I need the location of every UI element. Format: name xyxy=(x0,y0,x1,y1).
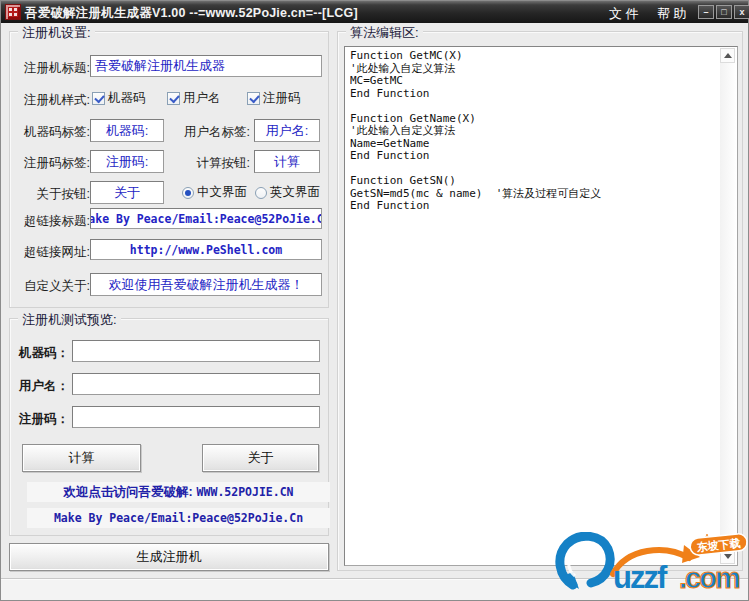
checkbox-regcode[interactable]: 注册码 xyxy=(247,90,301,107)
linkurl-input[interactable]: http://www.PeShell.com xyxy=(90,239,322,260)
algo-group-title: 算法编辑区: xyxy=(346,24,423,42)
uzzf-watermark-logo: uzzf .com 东坡下载 xyxy=(553,532,749,596)
title-bar[interactable]: 吾爱破解注册机生成器V1.00 --=www.52PoJie.cn=--[LCG… xyxy=(1,1,748,23)
mc-label-input[interactable]: 机器码: xyxy=(90,119,164,142)
maximize-button[interactable]: □ xyxy=(716,5,732,19)
radio-label: 英文界面 xyxy=(270,184,320,201)
menu-help[interactable]: 帮 助 xyxy=(657,5,687,23)
preview-groupbox: 注册机测试预览: 机器码： 用户名： 注册码： 计算 关于 欢迎点击访问吾爱破解… xyxy=(9,318,329,536)
name-label-input[interactable]: 用户名: xyxy=(254,119,320,142)
dongpo-badge: 东坡下载 xyxy=(689,533,747,556)
close-button[interactable]: x xyxy=(734,5,749,19)
customabout-input[interactable]: 欢迎使用吾爱破解注册机生成器！ xyxy=(90,273,322,296)
app-title-input-value: 吾爱破解注册机生成器 xyxy=(91,56,321,76)
radio-english-ui[interactable]: 英文界面 xyxy=(255,184,320,201)
link-52pojie[interactable]: 欢迎点击访问吾爱破解: WWW.52POJIE.CN xyxy=(27,482,330,502)
preview-sn-label: 注册码： xyxy=(19,411,69,428)
app-seal-icon xyxy=(5,4,21,20)
vertical-scrollbar[interactable] xyxy=(720,48,736,564)
sn-label-input[interactable]: 注册码: xyxy=(90,150,164,173)
link-text: 欢迎点击访问吾爱破解: xyxy=(63,484,192,501)
algorithm-groupbox: 算法编辑区: Function GetMC(X) '此处输入自定义算法 MC=G… xyxy=(337,31,743,571)
preview-name-input[interactable] xyxy=(72,373,320,395)
about-caption-input[interactable]: 关于 xyxy=(90,181,164,204)
linktitle-input[interactable]: Make By Peace/Email:Peace@52PoJie.Cn xyxy=(90,208,322,229)
generate-keygen-button[interactable]: 生成注册机 xyxy=(9,543,329,571)
algorithm-code-text[interactable]: Function GetMC(X) '此处输入自定义算法 MC=GetMC En… xyxy=(350,50,717,562)
preview-sn-input[interactable] xyxy=(72,406,320,428)
window-title: 吾爱破解注册机生成器V1.00 --=www.52PoJie.cn=--[LCG… xyxy=(25,5,358,22)
linkurl-label: 超链接网址: xyxy=(16,244,90,261)
algorithm-code-editor[interactable]: Function GetMC(X) '此处输入自定义算法 MC=GetMC En… xyxy=(344,46,738,566)
radio-label: 中文界面 xyxy=(197,184,247,201)
link-url: WWW.52POJIE.CN xyxy=(197,485,294,499)
preview-mc-label: 机器码： xyxy=(19,345,69,362)
sn-label-caption: 注册码标签: xyxy=(16,155,90,172)
link-author-email[interactable]: Make By Peace/Email:Peace@52PoJie.Cn xyxy=(27,508,330,528)
radio-icon xyxy=(255,187,267,199)
minimize-button[interactable]: – xyxy=(698,5,714,19)
customabout-label: 自定义关于: xyxy=(16,278,90,295)
preview-mc-input[interactable] xyxy=(72,340,320,362)
checkbox-label: 注册码 xyxy=(263,90,301,107)
checkbox-icon xyxy=(247,92,260,105)
mc-label-caption: 机器码标签: xyxy=(16,124,90,141)
checkbox-machine-code[interactable]: 机器码 xyxy=(92,90,146,107)
name-label-caption: 用户名标签: xyxy=(172,124,250,141)
checkbox-label: 用户名 xyxy=(183,90,221,107)
preview-group-title: 注册机测试预览: xyxy=(18,311,121,329)
app-window: 吾爱破解注册机生成器V1.00 --=www.52PoJie.cn=--[LCG… xyxy=(0,0,749,601)
uzzf-swirl-icon xyxy=(560,536,610,589)
calc-caption-input[interactable]: 计算 xyxy=(254,150,320,173)
settings-group-title: 注册机设置: xyxy=(18,24,95,42)
checkbox-label: 机器码 xyxy=(108,90,146,107)
checkbox-username[interactable]: 用户名 xyxy=(167,90,221,107)
linktitle-label: 超链接标题: xyxy=(16,213,90,230)
link-text: Make By Peace/Email:Peace@52PoJie.Cn xyxy=(54,511,303,525)
about-caption-label: 关于按钮: xyxy=(16,186,90,203)
calc-caption-label: 计算按钮: xyxy=(172,155,250,172)
preview-calc-button[interactable]: 计算 xyxy=(22,444,141,472)
app-title-input[interactable]: 吾爱破解注册机生成器 xyxy=(90,55,322,77)
scroll-up-icon[interactable] xyxy=(720,48,735,63)
radio-icon xyxy=(182,187,194,199)
checkbox-icon xyxy=(92,92,105,105)
settings-groupbox: 注册机设置: 注册机标题: 吾爱破解注册机生成器 注册机样式: 机器码 用户名 … xyxy=(9,31,329,308)
checkbox-icon xyxy=(167,92,180,105)
brand-tld-text: .com xyxy=(679,562,739,594)
radio-chinese-ui[interactable]: 中文界面 xyxy=(182,184,247,201)
preview-about-button[interactable]: 关于 xyxy=(202,444,319,472)
style-label: 注册机样式: xyxy=(16,92,90,109)
brand-text: uzzf xyxy=(613,560,668,595)
app-title-label: 注册机标题: xyxy=(16,60,90,77)
preview-name-label: 用户名： xyxy=(19,378,69,395)
menu-file[interactable]: 文 件 xyxy=(609,5,639,23)
